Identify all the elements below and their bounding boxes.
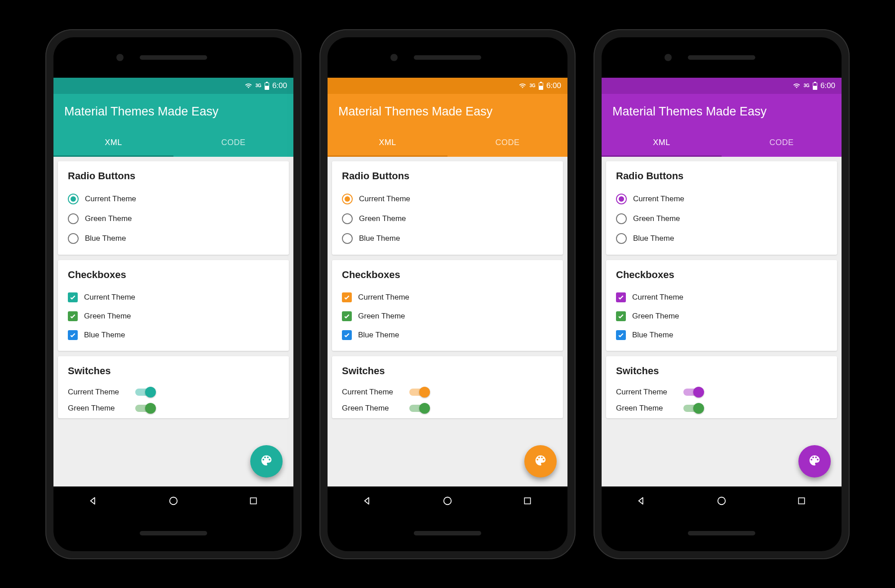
radio-row-current[interactable]: Current Theme — [68, 189, 279, 209]
checkbox-icon — [342, 330, 352, 340]
nav-home[interactable] — [442, 495, 453, 507]
nav-home[interactable] — [716, 495, 727, 507]
palette-icon — [808, 454, 821, 469]
phone-bottom-hardware — [328, 515, 567, 551]
checkbox-label: Green Theme — [632, 312, 679, 321]
svg-rect-11 — [814, 82, 816, 83]
radio-row-green[interactable]: Green Theme — [616, 209, 827, 229]
switch-row-current[interactable]: Current Theme — [616, 384, 827, 400]
switch-toggle[interactable] — [683, 389, 703, 396]
switch-row-current[interactable]: Current Theme — [68, 384, 279, 400]
tab-xml[interactable]: XML — [53, 130, 173, 157]
svg-rect-9 — [524, 498, 530, 504]
switch-row-green[interactable]: Green Theme — [616, 400, 827, 416]
phone-top-hardware — [53, 37, 293, 78]
tab-xml[interactable]: XML — [602, 130, 722, 157]
nav-home[interactable] — [168, 495, 179, 507]
radio-label: Current Theme — [85, 195, 136, 203]
checkbox-icon — [342, 311, 352, 321]
nav-back[interactable] — [88, 495, 99, 507]
radio-label: Green Theme — [359, 214, 406, 223]
nav-bar — [328, 486, 567, 515]
radio-label: Blue Theme — [359, 234, 400, 243]
tab-xml[interactable]: XML — [328, 130, 448, 157]
tab-bar: XML CODE — [53, 130, 293, 157]
svg-rect-2 — [265, 83, 269, 86]
nav-recent[interactable] — [522, 495, 533, 507]
switch-toggle[interactable] — [135, 405, 155, 412]
app-title: Material Themes Made Easy — [338, 105, 492, 119]
nav-back[interactable] — [362, 495, 373, 507]
status-bar: 3G 6:00 — [602, 78, 842, 94]
card-title: Checkboxes — [68, 269, 279, 281]
radio-row-green[interactable]: Green Theme — [68, 209, 279, 229]
card-title: Switches — [616, 365, 827, 377]
status-time: 6:00 — [820, 81, 835, 90]
card-title: Radio Buttons — [342, 170, 553, 182]
checkbox-row-blue[interactable]: Blue Theme — [68, 326, 279, 345]
checkbox-label: Green Theme — [84, 312, 131, 321]
tab-label: XML — [105, 138, 122, 147]
card-title: Checkboxes — [616, 269, 827, 281]
radio-label: Blue Theme — [633, 234, 674, 243]
phone-bottom-hardware — [602, 515, 842, 551]
card-title: Switches — [342, 365, 553, 377]
radio-label: Current Theme — [359, 195, 410, 203]
svg-point-3 — [170, 497, 177, 504]
checkbox-row-blue[interactable]: Blue Theme — [616, 326, 827, 345]
radio-row-blue[interactable]: Blue Theme — [616, 229, 827, 248]
radio-row-green[interactable]: Green Theme — [342, 209, 553, 229]
switch-row-current[interactable]: Current Theme — [342, 384, 553, 400]
checkbox-row-green[interactable]: Green Theme — [342, 307, 553, 326]
fab-palette[interactable] — [524, 445, 557, 477]
checkbox-row-current[interactable]: Current Theme — [342, 288, 553, 307]
radio-icon — [342, 233, 353, 244]
checkbox-icon — [616, 330, 626, 340]
svg-rect-1 — [266, 82, 268, 83]
radio-row-blue[interactable]: Blue Theme — [342, 229, 553, 248]
checkbox-icon — [68, 292, 78, 302]
checkbox-card: Checkboxes Current Theme Green Theme Blu… — [58, 260, 289, 351]
nav-back[interactable] — [636, 495, 647, 507]
tab-label: XML — [379, 138, 396, 147]
radio-label: Current Theme — [633, 195, 684, 203]
checkbox-row-current[interactable]: Current Theme — [616, 288, 827, 307]
switch-toggle[interactable] — [409, 405, 429, 412]
tab-code[interactable]: CODE — [722, 130, 842, 157]
nav-bar — [602, 486, 842, 515]
radio-icon — [342, 194, 353, 204]
card-title: Checkboxes — [342, 269, 553, 281]
radio-icon — [616, 213, 627, 224]
switch-toggle[interactable] — [683, 405, 703, 412]
tab-code[interactable]: CODE — [448, 130, 567, 157]
battery-icon — [812, 82, 818, 90]
switch-toggle[interactable] — [135, 389, 155, 396]
phone-top-hardware — [602, 37, 842, 78]
phone-inner: 3G 6:00 Material Themes Made Easy XML CO… — [328, 37, 567, 551]
phone-top-hardware — [328, 37, 567, 78]
checkbox-row-green[interactable]: Green Theme — [68, 307, 279, 326]
radio-row-blue[interactable]: Blue Theme — [68, 229, 279, 248]
switch-label: Current Theme — [68, 388, 126, 397]
fab-palette[interactable] — [250, 445, 283, 477]
checkbox-row-blue[interactable]: Blue Theme — [342, 326, 553, 345]
radio-card: Radio Buttons Current Theme Green Theme … — [332, 161, 563, 255]
phone-screen: 3G 6:00 Material Themes Made Easy XML CO… — [328, 78, 567, 515]
checkbox-row-green[interactable]: Green Theme — [616, 307, 827, 326]
switch-toggle[interactable] — [409, 389, 429, 396]
checkbox-icon — [68, 311, 78, 321]
nav-bar — [53, 486, 293, 515]
radio-row-current[interactable]: Current Theme — [342, 189, 553, 209]
switch-row-green[interactable]: Green Theme — [68, 400, 279, 416]
radio-row-current[interactable]: Current Theme — [616, 189, 827, 209]
status-time: 6:00 — [272, 81, 287, 90]
radio-icon — [68, 194, 79, 204]
nav-recent[interactable] — [796, 495, 807, 507]
checkbox-row-current[interactable]: Current Theme — [68, 288, 279, 307]
tab-code[interactable]: CODE — [173, 130, 293, 157]
phone-screen: 3G 6:00 Material Themes Made Easy XML CO… — [602, 78, 842, 515]
switch-row-green[interactable]: Green Theme — [342, 400, 553, 416]
svg-rect-6 — [540, 82, 542, 83]
fab-palette[interactable] — [798, 445, 831, 477]
nav-recent[interactable] — [248, 495, 259, 507]
